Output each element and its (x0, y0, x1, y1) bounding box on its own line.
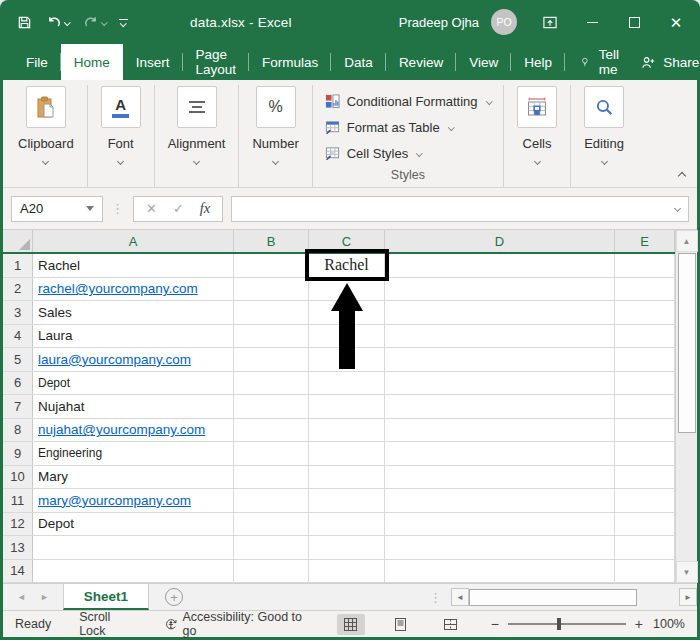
row-header-7[interactable]: 7 (3, 395, 33, 418)
row-header-5[interactable]: 5 (3, 348, 33, 371)
cell-A5[interactable]: laura@yourcompany.com (33, 348, 234, 371)
cell-A1[interactable]: Rachel (33, 254, 234, 277)
cell-C7[interactable] (309, 395, 385, 418)
cell-C10[interactable] (309, 466, 385, 489)
tab-data[interactable]: Data (331, 44, 386, 80)
cell-A2[interactable]: rachel@yourcompany.com (33, 278, 234, 301)
cell-E1[interactable] (615, 254, 675, 277)
row-header-14[interactable]: 14 (3, 560, 33, 583)
zoom-slider-handle[interactable] (557, 618, 561, 630)
cell-C11[interactable] (309, 489, 385, 512)
column-header-E[interactable]: E (615, 230, 675, 252)
cell-D10[interactable] (385, 466, 615, 489)
row-header-4[interactable]: 4 (3, 325, 33, 348)
tell-me-button[interactable]: Tell me (565, 44, 640, 80)
minimize-button[interactable] (583, 13, 601, 31)
cell-E6[interactable] (615, 372, 675, 395)
cell-D5[interactable] (385, 348, 615, 371)
row-header-10[interactable]: 10 (3, 466, 33, 489)
cell-B10[interactable] (234, 466, 309, 489)
cell-D6[interactable] (385, 372, 615, 395)
row-header-6[interactable]: 6 (3, 372, 33, 395)
column-header-A[interactable]: A (33, 230, 234, 252)
column-header-C[interactable]: C (309, 230, 385, 252)
cells-button[interactable] (517, 86, 557, 128)
save-button[interactable] (15, 13, 33, 31)
chevron-down-icon[interactable] (117, 158, 124, 165)
row-header-3[interactable]: 3 (3, 301, 33, 324)
undo-dropdown-icon[interactable] (64, 19, 70, 25)
cell-C8[interactable] (309, 419, 385, 442)
share-button[interactable]: Share (640, 44, 700, 80)
redo-dropdown-icon[interactable] (101, 19, 107, 25)
ribbon-display-options-button[interactable] (541, 13, 559, 31)
accessibility-status[interactable]: Accessibility: Good to go (164, 610, 309, 638)
cell-E2[interactable] (615, 278, 675, 301)
avatar[interactable]: PO (491, 9, 517, 35)
collapse-ribbon-icon[interactable] (678, 172, 686, 180)
clipboard-button[interactable] (26, 86, 66, 128)
vertical-scroll-thumb[interactable] (678, 253, 696, 433)
tab-page-layout[interactable]: Page Layout (183, 44, 250, 80)
scroll-right-icon[interactable]: ► (679, 588, 697, 606)
number-button[interactable]: % (256, 86, 296, 128)
cell-E4[interactable] (615, 325, 675, 348)
row-header-11[interactable]: 11 (3, 489, 33, 512)
tab-home[interactable]: Home (61, 44, 123, 80)
cell-E8[interactable] (615, 419, 675, 442)
cell-E9[interactable] (615, 442, 675, 465)
cell-styles-button[interactable]: Cell Styles (325, 140, 422, 166)
cell-D9[interactable] (385, 442, 615, 465)
maximize-button[interactable] (625, 13, 643, 31)
normal-view-button[interactable] (337, 614, 365, 635)
cell-A7[interactable]: Nujahat (33, 395, 234, 418)
chevron-down-icon[interactable] (272, 158, 279, 165)
cell-C12[interactable] (309, 513, 385, 536)
cell-E14[interactable] (615, 560, 675, 583)
tab-view[interactable]: View (456, 44, 511, 80)
zoom-slider[interactable] (508, 623, 626, 625)
cell-D13[interactable] (385, 536, 615, 559)
font-button[interactable]: A (101, 86, 141, 128)
editing-button[interactable] (584, 86, 624, 128)
cell-A9[interactable]: Engineering (33, 442, 234, 465)
horizontal-scroll-track[interactable] (637, 589, 679, 606)
cell-D1[interactable] (385, 254, 615, 277)
cell-B14[interactable] (234, 560, 309, 583)
font-group[interactable]: A Font (88, 85, 155, 187)
undo-button[interactable] (46, 15, 70, 30)
tab-file[interactable]: File (13, 44, 61, 80)
cell-B3[interactable] (234, 301, 309, 324)
cell-C5[interactable] (309, 348, 385, 371)
cell-E10[interactable] (615, 466, 675, 489)
scroll-down-icon[interactable]: ▼ (676, 561, 698, 583)
editing-group[interactable]: Editing (571, 85, 637, 187)
format-as-table-button[interactable]: Format as Table (325, 114, 453, 140)
row-header-1[interactable]: 1 (3, 254, 33, 277)
page-break-preview-button[interactable] (437, 614, 465, 635)
customize-toolbar-button[interactable] (119, 19, 128, 26)
cell-A12[interactable]: Depot (33, 513, 234, 536)
chevron-down-icon[interactable] (533, 158, 540, 165)
cell-D4[interactable] (385, 325, 615, 348)
tab-review[interactable]: Review (386, 44, 456, 80)
name-box-dropdown-icon[interactable] (86, 206, 94, 211)
chevron-down-icon[interactable] (42, 158, 49, 165)
cancel-formula-button[interactable]: ✕ (146, 201, 157, 216)
insert-function-button[interactable]: fx (200, 200, 210, 217)
alignment-button[interactable] (177, 86, 217, 128)
formula-input[interactable] (231, 196, 689, 222)
zoom-level[interactable]: 100% (653, 617, 685, 631)
select-all-button[interactable] (3, 230, 33, 252)
cell-D7[interactable] (385, 395, 615, 418)
cell-B11[interactable] (234, 489, 309, 512)
cells-group[interactable]: Cells (504, 85, 571, 187)
scroll-left-icon[interactable]: ◄ (451, 588, 469, 606)
tab-help[interactable]: Help (511, 44, 565, 80)
number-group[interactable]: % Number (239, 85, 312, 187)
user-name[interactable]: Pradeep Ojha (399, 15, 479, 30)
cell-B12[interactable] (234, 513, 309, 536)
cell-C3[interactable] (309, 301, 385, 324)
redo-button[interactable] (83, 15, 107, 30)
cell-D2[interactable] (385, 278, 615, 301)
